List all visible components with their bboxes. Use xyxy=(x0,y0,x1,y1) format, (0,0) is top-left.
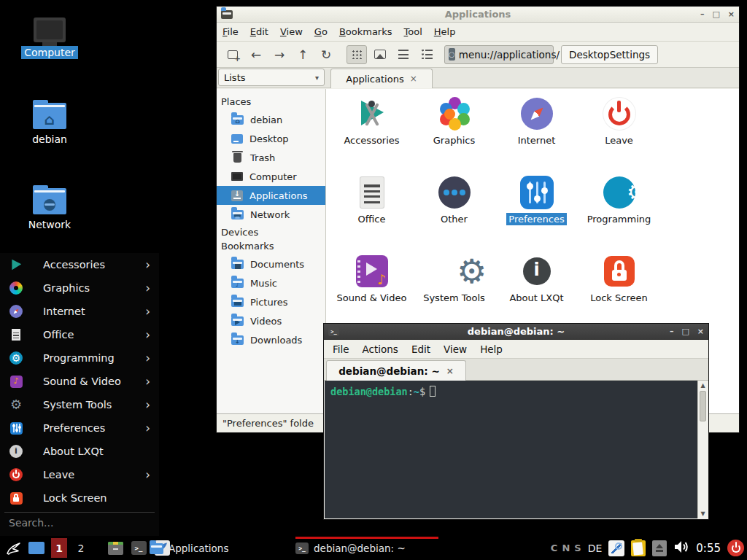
tab-close-icon[interactable]: × xyxy=(410,74,417,84)
category-internet[interactable]: Internet xyxy=(495,96,578,147)
maximize-icon[interactable]: □ xyxy=(681,327,689,336)
terminal-launcher[interactable]: >_ xyxy=(130,540,147,557)
chevron-right-icon: › xyxy=(145,374,150,389)
refresh-icon[interactable]: ↻ xyxy=(316,45,336,64)
volume-icon[interactable] xyxy=(673,540,689,557)
sidebar-item-network[interactable]: Network xyxy=(217,205,325,224)
task-terminal[interactable]: >_ debian@debian: ~ xyxy=(295,536,438,560)
screengrab-tray-icon[interactable] xyxy=(608,540,624,556)
scroll-down-icon[interactable]: ▼ xyxy=(698,510,708,517)
desktop-icon-debian[interactable]: ⌂ debian xyxy=(13,103,86,146)
show-desktop-button[interactable] xyxy=(28,540,45,557)
scrollbar-thumb[interactable] xyxy=(700,391,706,421)
workspace-1-button[interactable]: 1 xyxy=(51,538,67,558)
terminal-menu-help[interactable]: Help xyxy=(480,343,503,355)
sidebar-item-documents[interactable]: Documents xyxy=(217,254,325,273)
category-accessories[interactable]: Accessories xyxy=(330,96,413,147)
power-button[interactable] xyxy=(727,540,744,556)
category-graphics[interactable]: Graphics xyxy=(413,96,495,147)
file-manager-launcher[interactable] xyxy=(107,540,124,557)
terminal-content[interactable]: debian@debian:~$ ▲ ▼ xyxy=(325,381,708,518)
up-icon[interactable]: ↑ xyxy=(293,45,313,64)
menu-item-about-lxqt[interactable]: i About LXQt xyxy=(0,440,159,463)
fm-menu-go[interactable]: Go xyxy=(314,26,328,37)
sidebar-item-computer[interactable]: Computer xyxy=(217,167,325,186)
address-bar[interactable]: ○ menu://applications/ xyxy=(444,45,554,64)
clipboard-tray-icon[interactable] xyxy=(631,540,646,556)
tab-close-icon[interactable]: × xyxy=(446,366,454,376)
menu-item-internet[interactable]: Internet › xyxy=(0,300,159,323)
fm-menu-file[interactable]: File xyxy=(222,26,239,37)
menu-item-programming[interactable]: ⚙ Programming › xyxy=(0,346,159,370)
menu-item-graphics[interactable]: Graphics › xyxy=(0,276,159,300)
menu-item-system-tools[interactable]: ⚙ System Tools › xyxy=(0,393,159,416)
category-sound-video[interactable]: ♪ Sound & Video xyxy=(330,254,413,304)
sidebar-item-pictures[interactable]: Pictures xyxy=(217,292,325,311)
terminal-titlebar[interactable]: >_ debian@debian: ~ – □ × xyxy=(324,324,708,340)
new-tab-button[interactable] xyxy=(222,45,243,64)
category-about-lxqt[interactable]: i About LXQt xyxy=(495,254,578,304)
clock[interactable]: 0:55 xyxy=(696,542,721,555)
terminal-scrollbar[interactable]: ▲ ▼ xyxy=(697,381,708,518)
menu-item-preferences[interactable]: Preferences › xyxy=(0,416,159,440)
minimize-icon[interactable]: – xyxy=(670,327,674,336)
menu-item-leave[interactable]: Leave › xyxy=(0,463,159,486)
sidebar-item-applications[interactable]: Applications xyxy=(217,186,325,205)
sidebar-mode-combo[interactable]: Lists ▾ xyxy=(218,69,325,86)
terminal-tab[interactable]: debian@debian: ~ × xyxy=(326,360,466,381)
fm-tab-applications[interactable]: Applications × xyxy=(330,69,433,88)
sidebar-item-videos[interactable]: Videos xyxy=(217,311,325,330)
category-system-tools[interactable]: ⚙ System Tools xyxy=(413,254,495,304)
main-menu-button[interactable] xyxy=(4,540,22,557)
sidebar-item-desktop[interactable]: Desktop xyxy=(217,129,325,148)
fm-titlebar[interactable]: Applications – □ × xyxy=(217,7,739,23)
category-leave[interactable]: Leave xyxy=(578,96,660,147)
graphics-icon xyxy=(437,96,472,131)
fm-menu-bookmarks[interactable]: Bookmarks xyxy=(339,26,392,37)
back-icon[interactable]: ← xyxy=(246,45,266,64)
desktop-settings-button[interactable]: DesktopSettings xyxy=(561,45,658,64)
scroll-up-icon[interactable]: ▲ xyxy=(698,382,708,389)
category-programming[interactable]: ⚙ Programming xyxy=(578,175,660,225)
keyboard-layout-indicator[interactable]: DE xyxy=(588,542,603,554)
sidebar-item-debian[interactable]: ⌂ debian xyxy=(217,110,325,129)
close-icon[interactable]: × xyxy=(728,9,735,19)
preferences-icon xyxy=(9,421,23,435)
terminal-screen[interactable]: debian@debian:~$ xyxy=(325,381,697,518)
menu-item-sound-video[interactable]: ♪ Sound & Video › xyxy=(0,370,159,393)
category-lock-screen[interactable]: Lock Screen xyxy=(578,254,660,304)
desktop-icon-network[interactable]: Network xyxy=(13,188,86,231)
terminal-menu-view[interactable]: View xyxy=(444,343,467,355)
category-other[interactable]: Other xyxy=(413,175,495,225)
task-applications[interactable]: Applications xyxy=(150,536,292,560)
category-office[interactable]: Office xyxy=(330,175,413,225)
about-icon: i xyxy=(519,254,554,289)
category-preferences[interactable]: Preferences xyxy=(495,175,578,225)
sidebar-item-downloads[interactable]: ↓ Downloads xyxy=(217,330,325,349)
terminal-menu-file[interactable]: File xyxy=(333,343,349,355)
terminal-menu-edit[interactable]: Edit xyxy=(411,343,430,355)
desktop-icon-computer[interactable]: Computer xyxy=(13,18,86,59)
fm-menu-help[interactable]: Help xyxy=(434,26,456,37)
terminal-menu-actions[interactable]: Actions xyxy=(363,343,398,355)
close-icon[interactable]: × xyxy=(697,327,704,336)
keyboard-indicators: CNS xyxy=(551,542,581,553)
thumbnail-view-button[interactable] xyxy=(370,45,390,64)
removable-media-tray-icon[interactable] xyxy=(652,540,667,556)
sidebar-item-trash[interactable]: Trash xyxy=(217,148,325,167)
forward-icon[interactable]: → xyxy=(269,45,290,64)
fm-menu-view[interactable]: View xyxy=(280,26,303,37)
sidebar-item-music[interactable]: ♪ Music xyxy=(217,273,325,292)
menu-search-input[interactable]: Search... xyxy=(0,513,159,533)
minimize-icon[interactable]: – xyxy=(700,9,705,19)
icon-view-button[interactable] xyxy=(347,45,367,64)
fm-menu-edit[interactable]: Edit xyxy=(250,26,268,37)
compact-view-button[interactable] xyxy=(393,45,414,64)
menu-item-lock-screen[interactable]: Lock Screen xyxy=(0,486,159,510)
maximize-icon[interactable]: □ xyxy=(712,9,719,19)
fm-menu-tool[interactable]: Tool xyxy=(404,26,422,37)
detailed-view-button[interactable] xyxy=(417,45,437,64)
workspace-2-button[interactable]: 2 xyxy=(73,538,89,558)
menu-item-office[interactable]: Office › xyxy=(0,323,159,346)
menu-item-accessories[interactable]: Accessories › xyxy=(0,253,159,276)
